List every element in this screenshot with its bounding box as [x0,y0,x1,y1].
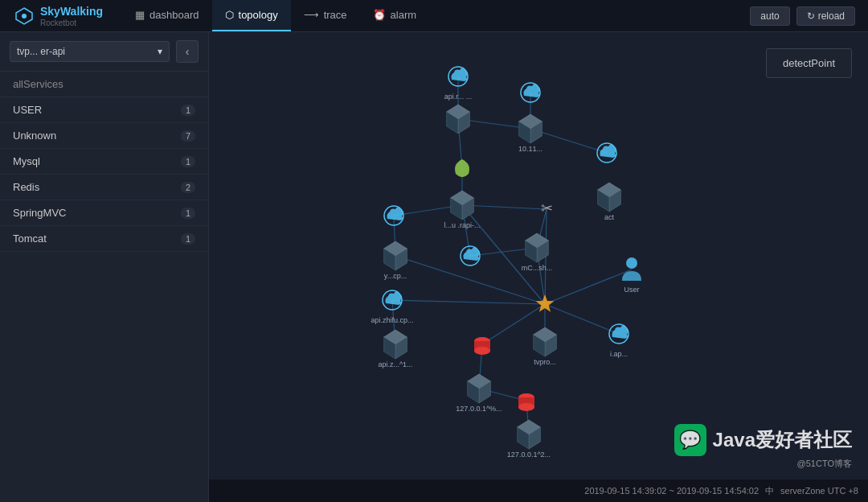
trace-icon: ⟶ [304,9,319,21]
service-count: 1 [181,208,195,219]
header-right: auto ↻ reload [750,6,855,26]
logo-sub: Rocketbot [40,19,103,27]
all-services-label: allServices [13,78,63,90]
service-count: 7 [181,130,195,142]
svg-point-51 [626,257,637,269]
tab-dashboard[interactable]: ▦ dashboard [122,0,211,31]
service-count: 1 [181,156,195,167]
topology-node[interactable]: api.zhifu.cp... [371,290,413,324]
service-count: 2 [181,182,195,193]
node-label: User [624,286,639,294]
timestamp-mid: 中 [765,485,774,497]
chevron-down-icon: ▾ [158,46,162,57]
topology-node[interactable]: y...cp... [384,241,407,280]
header: SkyWalking Rocketbot ▦ dashboard ⬡ topol… [0,0,868,32]
service-name: USER [13,104,42,116]
collapse-button[interactable]: ‹ [176,40,199,63]
collapse-icon: ‹ [186,45,190,58]
service-item[interactable]: Mysql1 [0,149,208,175]
topology-node[interactable]: tvpro... [534,327,557,366]
topology-node[interactable]: l...u .rapi-... [444,191,480,229]
service-list: USER1Unknown7Mysql1Redis2SpringMVC1Tomca… [0,97,208,252]
svg-line-26 [395,256,545,304]
node-label: api.z...^1... [378,360,412,368]
svg-point-62 [474,347,490,355]
logo-text: SkyWalking [40,5,103,18]
node-label: 10.11... [518,145,542,153]
watermark-sub: @51CTO博客 [797,458,852,470]
tab-alarm-label: alarm [391,9,417,21]
all-services-header: allServices [0,72,208,97]
svg-point-1 [22,14,27,19]
alarm-icon: ⏰ [373,9,386,21]
watermark: 💬 Java爱好者社区 @51CTO博客 [674,424,852,470]
service-item[interactable]: USER1 [0,97,208,123]
svg-point-69 [518,403,534,411]
node-label: api.r... ... [444,93,473,101]
svg-text:✂: ✂ [541,200,553,216]
tab-trace-label: trace [324,9,347,21]
node-label: mC...sh... [522,264,553,272]
sidebar-header: tvp... er-api ▾ ‹ [0,32,208,72]
tab-topology[interactable]: ⬡ topology [212,0,291,31]
service-item[interactable]: Redis2 [0,175,208,200]
service-select[interactable]: tvp... er-api ▾ [10,41,170,62]
svg-line-15 [545,270,632,304]
service-name: Mysql [13,155,40,167]
topology-node[interactable] [447,105,470,134]
service-count: 1 [181,105,195,116]
reload-icon: ↻ [807,10,815,22]
main: tvp... er-api ▾ ‹ allServices USER1Unkno… [0,32,868,502]
topology-node[interactable] [474,337,490,355]
topology-node[interactable]: 127.0.0.1^2... [507,420,551,459]
node-label: api.zhifu.cp... [371,316,413,324]
svg-line-8 [462,205,547,209]
topology-node[interactable] [518,393,534,411]
topology-node[interactable] [455,159,469,177]
detect-panel-label: detectPoint [783,57,835,69]
topology-node[interactable]: ✂ [541,200,553,216]
timestamp-zone: serverZone UTC +8 [780,486,858,496]
service-name: Redis [13,181,39,193]
watermark-main: 💬 Java爱好者社区 [674,424,852,456]
wechat-icon: 💬 [674,424,706,456]
logo: SkyWalking Rocketbot [13,4,103,27]
nav-tabs: ▦ dashboard ⬡ topology ⟶ trace ⏰ alarm [122,0,429,31]
timestamp-bar: 2019-09-15 14:39:02 ~ 2019-09-15 14:54:0… [209,479,868,502]
topology-icon: ⬡ [225,9,234,21]
reload-button[interactable]: ↻ reload [796,6,855,26]
auto-button[interactable]: auto [750,6,789,26]
service-name: SpringMVC [13,207,66,219]
topology-node[interactable]: i.ap... [609,324,628,358]
service-count: 1 [181,233,195,245]
topology-node[interactable]: api.z...^1... [378,330,412,368]
topology-node[interactable]: 10.11... [518,114,542,153]
timestamp-range: 2019-09-15 14:39:02 ~ 2019-09-15 14:54:0… [584,486,759,496]
topology-node[interactable]: 127.0.0.1^%... [456,374,502,413]
tab-trace[interactable]: ⟶ trace [291,0,360,31]
svg-line-18 [392,300,545,304]
sidebar: tvp... er-api ▾ ‹ allServices USER1Unkno… [0,32,209,502]
node-label: act [604,213,615,221]
service-item[interactable]: Tomcat1 [0,226,208,252]
topology-node[interactable]: mC...sh... [522,233,553,272]
node-label: tvpro... [534,358,556,366]
node-label: i.ap... [610,350,628,358]
topology-node[interactable]: act [598,183,621,221]
service-select-value: tvp... er-api [17,46,65,57]
service-item[interactable]: Unknown7 [0,123,208,149]
service-name: Tomcat [13,232,47,245]
service-item[interactable]: SpringMVC1 [0,200,208,226]
topology-node[interactable] [461,246,480,265]
tab-alarm[interactable]: ⏰ alarm [360,0,430,31]
tab-topology-label: topology [239,9,278,21]
node-label: y...cp... [384,272,407,280]
logo-icon [13,5,35,27]
node-label: 127.0.0.1^2... [507,451,551,459]
topology-node[interactable]: User [622,257,641,294]
topology-node[interactable] [597,143,616,163]
service-name: Unknown [13,130,56,142]
detect-panel: detectPoint [766,48,852,78]
dashboard-icon: ▦ [135,9,145,21]
tab-dashboard-label: dashboard [149,9,199,21]
